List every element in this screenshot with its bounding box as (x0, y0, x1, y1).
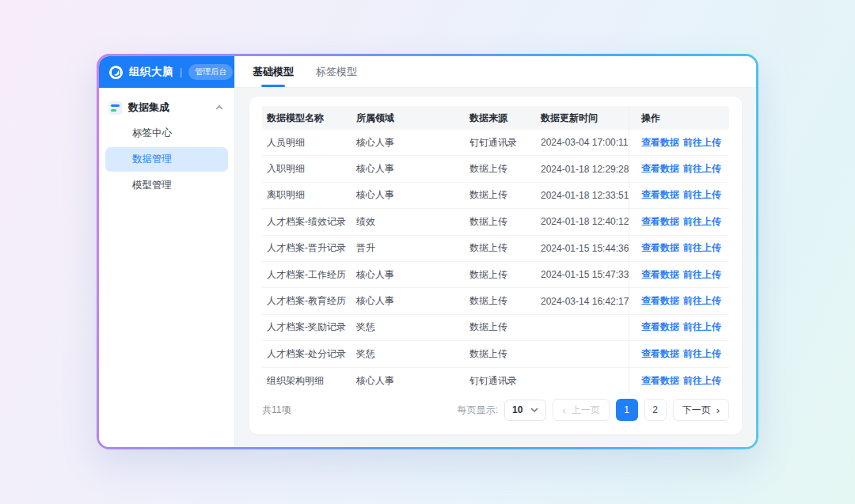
go-upload-link[interactable]: 前往上传 (683, 320, 721, 334)
go-upload-link[interactable]: 前往上传 (683, 162, 721, 176)
sidebar-nav: 数据集成 标签中心 数据管理 模型管理 (99, 88, 234, 207)
table-footer: 共11项 每页显示: 10 ‹ 上一页 1 2 (262, 396, 729, 423)
data-integration-icon (108, 101, 122, 115)
cell-model-name: 人员明细 (262, 136, 352, 150)
chevron-left-icon: ‹ (562, 405, 565, 415)
go-upload-link[interactable]: 前往上传 (683, 268, 721, 282)
go-upload-link[interactable]: 前往上传 (683, 188, 721, 202)
view-data-link[interactable]: 查看数据 (641, 374, 679, 388)
table-row: 离职明细核心人事数据上传2024-01-18 12:33:51查看数据前往上传 (262, 183, 729, 209)
cell-actions: 查看数据前往上传 (629, 368, 729, 394)
brand-name: 组织大脑 (129, 65, 173, 79)
cell-actions: 查看数据前往上传 (629, 156, 729, 181)
go-upload-link[interactable]: 前往上传 (683, 374, 721, 388)
content-area: 数据模型名称 所属领域 数据来源 数据更新时间 操作 人员明细核心人事钉钉通讯录… (235, 88, 756, 447)
chevron-up-icon (215, 104, 223, 112)
cell-domain: 奖惩 (352, 320, 465, 334)
cell-model-name: 组织架构明细 (262, 374, 352, 388)
cell-updated: 2024-01-18 12:40:12 (536, 216, 629, 227)
cell-actions: 查看数据前往上传 (629, 262, 729, 287)
go-upload-link[interactable]: 前往上传 (683, 215, 721, 229)
table-row: 人才档案-绩效记录绩效数据上传2024-01-18 12:40:12查看数据前往… (262, 209, 729, 235)
table-row: 组织架构明细核心人事钉钉通讯录查看数据前往上传 (262, 368, 729, 394)
view-data-link[interactable]: 查看数据 (641, 268, 679, 282)
brand-logo-icon (108, 65, 124, 80)
go-upload-link[interactable]: 前往上传 (683, 347, 721, 361)
sidebar: 组织大脑 | 管理后台 数据集成 标签中心 数据管理 模型管理 (99, 56, 235, 447)
cell-updated: 2024-03-14 16:42:17 (536, 296, 629, 307)
main-area: 基础模型 标签模型 数据模型名称 所属领域 数据来源 数据更新时间 操作 人员明… (235, 56, 756, 447)
table-row: 入职明细核心人事数据上传2024-01-18 12:29:28查看数据前往上传 (262, 156, 729, 182)
cell-source: 数据上传 (465, 215, 536, 229)
cell-source: 数据上传 (465, 268, 536, 282)
go-upload-link[interactable]: 前往上传 (683, 241, 721, 255)
cell-model-name: 人才档案-绩效记录 (262, 215, 352, 229)
cell-domain: 核心人事 (352, 294, 465, 308)
cell-model-name: 人才档案-教育经历 (262, 294, 352, 308)
per-page-select[interactable]: 10 (504, 400, 546, 421)
tab-basic-model[interactable]: 基础模型 (253, 56, 294, 87)
prev-page-label: 上一页 (572, 404, 600, 417)
cell-domain: 晋升 (352, 241, 465, 255)
view-data-link[interactable]: 查看数据 (641, 136, 679, 150)
sidebar-item-tag-center[interactable]: 标签中心 (105, 121, 228, 146)
cell-model-name: 人才档案-晋升记录 (262, 241, 352, 255)
cell-model-name: 人才档案-奖励记录 (262, 320, 352, 334)
tab-tag-model[interactable]: 标签模型 (316, 56, 357, 87)
col-model-name: 数据模型名称 (262, 112, 352, 125)
sidebar-item-data-management[interactable]: 数据管理 (105, 147, 228, 172)
prev-page-button[interactable]: ‹ 上一页 (553, 399, 609, 421)
view-data-link[interactable]: 查看数据 (641, 294, 679, 308)
cell-domain: 核心人事 (352, 268, 465, 282)
cell-source: 数据上传 (465, 162, 536, 176)
cell-actions: 查看数据前往上传 (629, 288, 729, 313)
sidebar-item-model-management[interactable]: 模型管理 (105, 173, 228, 198)
per-page-value: 10 (512, 404, 522, 415)
col-source: 数据来源 (465, 112, 536, 125)
cell-source: 数据上传 (465, 188, 536, 202)
view-data-link[interactable]: 查看数据 (641, 188, 679, 202)
table-row: 人才档案-工作经历核心人事数据上传2024-01-15 15:47:33查看数据… (262, 262, 729, 288)
cell-actions: 查看数据前往上传 (629, 341, 729, 366)
app-window: 组织大脑 | 管理后台 数据集成 标签中心 数据管理 模型管理 基础模型 标签模… (97, 54, 758, 449)
cell-actions: 查看数据前往上传 (629, 130, 729, 155)
view-data-link[interactable]: 查看数据 (641, 320, 679, 334)
cell-actions: 查看数据前往上传 (629, 236, 729, 261)
cell-source: 数据上传 (465, 241, 536, 255)
cell-domain: 核心人事 (352, 188, 465, 202)
page-button-2[interactable]: 2 (644, 399, 667, 421)
sidebar-group-data-integration[interactable]: 数据集成 (105, 96, 228, 119)
cell-actions: 查看数据前往上传 (629, 209, 729, 234)
next-page-label: 下一页 (682, 404, 711, 417)
view-data-link[interactable]: 查看数据 (641, 215, 679, 229)
cell-domain: 奖惩 (352, 347, 465, 361)
chevron-down-icon (530, 406, 538, 414)
page-button-1[interactable]: 1 (616, 399, 638, 421)
cell-updated: 2024-01-18 12:29:28 (536, 164, 629, 175)
cell-updated: 2024-01-18 12:33:51 (536, 190, 629, 201)
table-row: 人才档案-处分记录奖惩数据上传查看数据前往上传 (262, 341, 729, 367)
col-updated: 数据更新时间 (536, 112, 629, 125)
view-data-link[interactable]: 查看数据 (641, 347, 679, 361)
cell-source: 数据上传 (465, 320, 536, 334)
go-upload-link[interactable]: 前往上传 (683, 136, 721, 150)
cell-model-name: 入职明细 (262, 162, 352, 176)
pagination: 每页显示: 10 ‹ 上一页 1 2 下一页 › (458, 399, 729, 421)
next-page-button[interactable]: 下一页 › (673, 399, 729, 421)
table-row: 人才档案-教育经历核心人事数据上传2024-03-14 16:42:17查看数据… (262, 288, 729, 314)
view-data-link[interactable]: 查看数据 (641, 162, 679, 176)
table-row: 人员明细核心人事钉钉通讯录2024-03-04 17:00:11查看数据前往上传 (262, 130, 729, 156)
cell-updated: 2024-03-04 17:00:11 (536, 137, 629, 148)
total-count: 共11项 (262, 404, 291, 417)
table-row: 人才档案-晋升记录晋升数据上传2024-01-15 15:44:36查看数据前往… (262, 236, 729, 262)
go-upload-link[interactable]: 前往上传 (683, 294, 721, 308)
cell-source: 钉钉通讯录 (465, 136, 536, 150)
table-card: 数据模型名称 所属领域 数据来源 数据更新时间 操作 人员明细核心人事钉钉通讯录… (249, 97, 742, 434)
cell-model-name: 人才档案-处分记录 (262, 347, 352, 361)
cell-source: 钉钉通讯录 (465, 374, 536, 388)
col-domain: 所属领域 (352, 112, 465, 125)
view-data-link[interactable]: 查看数据 (641, 241, 679, 255)
cell-updated: 2024-01-15 15:47:33 (536, 269, 629, 280)
sidebar-group-label: 数据集成 (128, 100, 209, 115)
cell-source: 数据上传 (465, 347, 536, 361)
